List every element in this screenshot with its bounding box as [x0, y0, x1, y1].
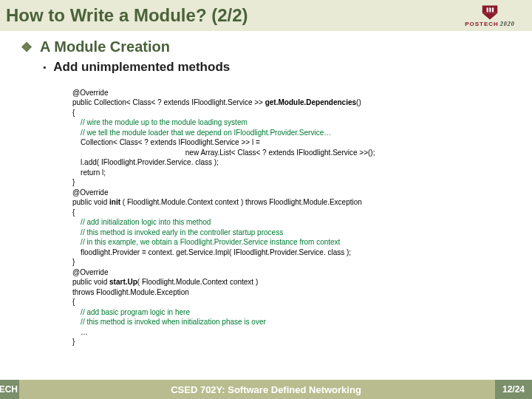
code-line: } — [72, 178, 75, 186]
title-bar: How to Write a Module? (2/2) — [0, 0, 532, 31]
square-bullet-icon: ▪ — [43, 62, 46, 72]
code-line: } — [72, 338, 75, 346]
slide-body: ❖ A Module Creation ▪ Add unimplemented … — [0, 31, 532, 357]
code-line: l.add( IFloodlight.Provider.Service. cla… — [72, 158, 219, 166]
code-line: Collection< Class< ? extends IFloodlight… — [72, 138, 260, 146]
footer-left: ECH — [0, 380, 19, 399]
logo: POSTECH 2020 — [457, 4, 523, 34]
svg-rect-1 — [487, 7, 488, 12]
bullet-main-text: A Module Creation — [40, 38, 170, 55]
footer-course: CSED 702Y: Software Defined Networking — [0, 384, 532, 395]
code-line: { — [72, 109, 75, 117]
code-line: { — [72, 208, 75, 216]
logo-year: 2020 — [500, 21, 515, 27]
code-comment: // this method is invoked early in the c… — [72, 228, 283, 236]
svg-rect-2 — [489, 7, 491, 12]
code-line: return l; — [72, 168, 106, 177]
logo-shield-icon — [479, 4, 501, 21]
diamond-bullet-icon: ❖ — [21, 39, 33, 55]
code-comment: // add initialization logic into this me… — [72, 218, 211, 226]
code-block: @Override public Collection< Class< ? ex… — [72, 78, 519, 357]
footer-page: 12/24 — [495, 380, 532, 399]
code-comment: // this method is invoked when initializ… — [72, 318, 266, 326]
code-line: public void init ( Floodlight.Module.Con… — [72, 198, 362, 206]
bullet-sub-text: Add unimplemented methods — [53, 60, 230, 75]
code-line: } — [72, 258, 75, 266]
bullet-sub: ▪ Add unimplemented methods — [43, 60, 519, 75]
code-line: @Override — [72, 188, 109, 197]
code-comment: // wire the module up to the module load… — [72, 118, 248, 126]
code-line: public void start.Up( Floodlight.Module.… — [72, 278, 258, 286]
code-line: throws Floodlight.Module.Exception — [72, 288, 189, 296]
svg-rect-3 — [492, 7, 494, 12]
bullet-main: ❖ A Module Creation — [21, 38, 519, 55]
slide-title: How to Write a Module? (2/2) — [6, 5, 248, 26]
logo-institution: POSTECH — [465, 21, 499, 27]
code-comment: // we tell the module loader that we dep… — [72, 129, 331, 137]
code-line: public Collection< Class< ? extends IFlo… — [72, 98, 361, 106]
footer: ECH CSED 702Y: Software Defined Networki… — [0, 380, 532, 399]
code-comment: // add basic program logic in here — [72, 308, 190, 316]
code-line: @Override — [72, 268, 109, 276]
code-comment: // in this example, we obtain a Floodlig… — [72, 238, 340, 246]
logo-text: POSTECH 2020 — [465, 21, 515, 27]
code-line: new Array.List< Class< ? extends IFloodl… — [72, 149, 375, 157]
code-line: { — [72, 298, 75, 306]
code-line: floodlight.Provider = context. get.Servi… — [72, 248, 351, 256]
code-line: … — [72, 328, 88, 336]
code-line: @Override — [72, 89, 109, 97]
